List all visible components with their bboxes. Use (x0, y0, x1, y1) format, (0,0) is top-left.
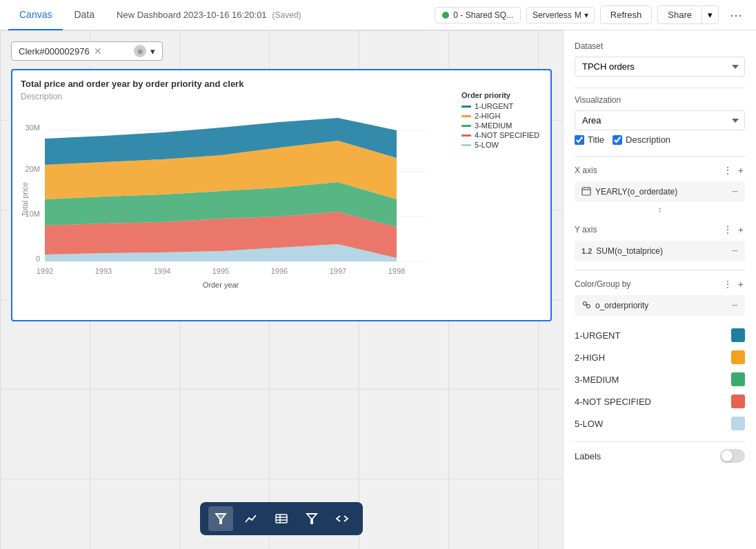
x-axis-more-button[interactable]: ⋮ (722, 163, 734, 177)
chart-title: Total price and order year by order prio… (21, 79, 542, 89)
status-dot (442, 12, 449, 19)
svg-rect-18 (276, 515, 287, 523)
y-axis-field: SUM(o_totalprice) (596, 246, 663, 256)
color-group-section: Color/Group by ⋮ + o_orderpriority (575, 277, 745, 316)
description-checkbox[interactable] (613, 135, 622, 145)
color-item-high: 2-HIGH (575, 346, 745, 368)
color-group-field: o_orderpriority (595, 301, 648, 310)
line-chart-tool-button[interactable] (239, 506, 263, 531)
filter-bar: Clerk#000002976 ✕ ⊗ ▾ (6, 36, 557, 66)
color-group-more-button[interactable]: ⋮ (722, 277, 734, 291)
dataset-label: Dataset (575, 41, 745, 51)
tab-data[interactable]: Data (63, 0, 106, 30)
x-axis-header: X axis ⋮ + (575, 163, 745, 177)
color-group-remove-button[interactable]: − (732, 299, 738, 312)
color-group-chip-left: o_orderpriority (581, 300, 648, 312)
legend-title: Order priority (461, 91, 539, 99)
chart-card: Total price and order year by order prio… (11, 69, 552, 321)
x-axis-remove-button[interactable]: − (732, 186, 738, 198)
y-axis-chip-left: 1.2 SUM(o_totalprice) (581, 246, 663, 256)
svg-marker-17 (216, 514, 226, 523)
y-axis-section: Y axis ⋮ + 1.2 SUM(o_totalprice) − (575, 223, 745, 261)
divider-4 (575, 441, 745, 442)
status-chip[interactable]: 0 - Shared SQ... (435, 7, 521, 23)
filter-tool-button[interactable] (208, 506, 233, 531)
sort-arrows[interactable]: ↕ (575, 205, 745, 214)
share-group: Share ▾ (657, 6, 719, 24)
description-checkbox-item[interactable]: Description (613, 134, 670, 145)
legend-swatch-medium (461, 125, 471, 127)
dataset-select[interactable]: TPCH orders (575, 57, 745, 77)
svg-text:20M: 20M (26, 165, 40, 173)
svg-text:30M: 30M (26, 123, 40, 132)
table-tool-button[interactable] (269, 506, 294, 531)
share-caret-button[interactable]: ▾ (702, 6, 719, 24)
svg-text:1995: 1995 (212, 267, 229, 275)
x-axis-section: X axis ⋮ + YEARLY(o_o (575, 163, 745, 214)
funnel-tool-button[interactable] (299, 506, 324, 531)
color-swatch-urgent[interactable] (731, 328, 745, 342)
color-group-label: Color/Group by (575, 279, 630, 289)
svg-line-29 (585, 304, 588, 305)
color-swatch-high[interactable] (731, 350, 745, 364)
x-axis-add-button[interactable]: + (737, 163, 745, 177)
header-tabs: Canvas Data (8, 0, 106, 30)
share-button[interactable]: Share (657, 6, 702, 24)
number-icon: 1.2 (581, 247, 592, 255)
dataset-select-wrapper: TPCH orders (575, 57, 745, 77)
chart-legend: Order priority 1-URGENT 2-HIGH 3-MEDIUM … (461, 91, 539, 150)
server-select[interactable]: Serverless M ▾ (526, 7, 595, 23)
divider-3 (575, 270, 745, 270)
legend-label-urgent: 1-URGENT (475, 102, 513, 110)
visualization-select[interactable]: Area (575, 110, 745, 130)
color-item-urgent: 1-URGENT (575, 324, 745, 346)
more-options-button[interactable]: ⋯ (724, 4, 748, 26)
chart-svg: 30M 20M 10M 0 Total price (21, 110, 428, 310)
legend-item-high: 2-HIGH (461, 112, 539, 120)
color-item-label-not-specified: 4-NOT SPECIFIED (575, 397, 651, 407)
filter-options-icon: ⊗ (134, 45, 146, 57)
color-swatch-low[interactable] (731, 417, 745, 430)
color-item-medium: 3-MEDIUM (575, 368, 745, 390)
labels-toggle[interactable] (720, 449, 745, 463)
color-group-chip: o_orderpriority − (575, 295, 745, 316)
y-axis-more-button[interactable]: ⋮ (722, 223, 734, 237)
code-tool-button[interactable] (330, 506, 355, 531)
viz-options-row: Title Description (575, 134, 745, 145)
color-group-add-button[interactable]: + (737, 277, 745, 291)
filter-chip[interactable]: Clerk#000002976 ✕ ⊗ ▾ (11, 41, 163, 61)
color-item-label-low: 5-LOW (575, 419, 603, 429)
svg-text:1998: 1998 (388, 267, 405, 275)
tab-canvas[interactable]: Canvas (8, 0, 63, 30)
server-label: Serverless (533, 10, 572, 20)
header-center: New Dashboard 2023-10-16 16:20:01 (Saved… (117, 10, 424, 20)
svg-rect-23 (582, 188, 590, 195)
header-right: 0 - Shared SQ... Serverless M ▾ Refresh … (435, 4, 748, 26)
title-checkbox[interactable] (575, 135, 584, 145)
color-swatch-not-specified[interactable] (731, 395, 745, 408)
filter-clear-button[interactable]: ✕ (94, 46, 102, 57)
calendar-icon (581, 186, 591, 198)
refresh-button[interactable]: Refresh (600, 6, 653, 24)
svg-text:0: 0 (36, 254, 40, 263)
y-axis-actions: ⋮ + (722, 223, 745, 237)
visualization-section: Visualization Area Title Description (575, 95, 745, 145)
svg-text:Total price: Total price (21, 182, 29, 217)
legend-label-not-specified: 4-NOT SPECIFIED (475, 131, 539, 139)
title-checkbox-item[interactable]: Title (575, 134, 604, 145)
legend-item-medium: 3-MEDIUM (461, 121, 539, 130)
saved-badge: (Saved) (272, 10, 301, 20)
color-group-header: Color/Group by ⋮ + (575, 277, 745, 291)
y-axis-remove-button[interactable]: − (732, 245, 738, 257)
color-swatch-medium[interactable] (731, 372, 745, 386)
labels-label: Labels (575, 451, 601, 461)
x-axis-field: YEARLY(o_orderdate) (595, 187, 677, 197)
svg-text:1994: 1994 (154, 267, 170, 275)
x-axis-chip-left: YEARLY(o_orderdate) (581, 186, 677, 198)
x-axis-label: X axis (575, 166, 597, 175)
y-axis-header: Y axis ⋮ + (575, 223, 745, 237)
y-axis-label: Y axis (575, 225, 597, 234)
canvas-area: Clerk#000002976 ✕ ⊗ ▾ Total price and or… (0, 30, 563, 549)
legend-swatch-urgent (461, 106, 471, 108)
y-axis-add-button[interactable]: + (737, 223, 745, 237)
